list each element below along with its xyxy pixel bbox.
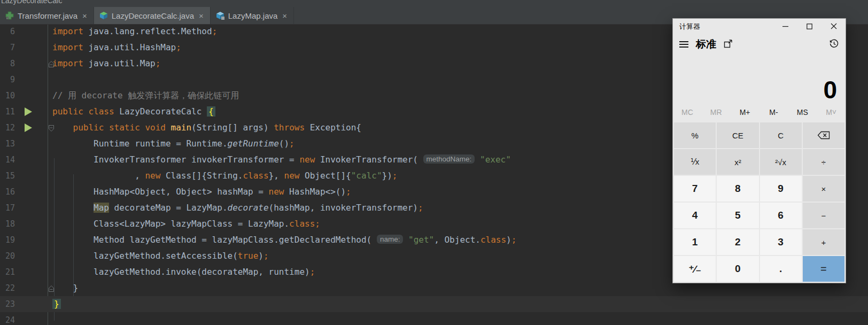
line-number: 19 [0, 232, 18, 248]
keep-on-top-icon[interactable] [724, 39, 733, 50]
code-line-23[interactable]: 23} [0, 296, 868, 312]
negate-button[interactable]: ⁺⁄₋ [674, 256, 716, 282]
clear-entry-button[interactable]: CE [717, 122, 758, 148]
line-number: 7 [0, 40, 18, 56]
code-text: public class LazyDecorateCalc { [52, 104, 215, 120]
calculator-title: 计算器 [673, 22, 773, 32]
line-number: 23 [0, 296, 18, 312]
code-line-24[interactable]: 24 [0, 312, 868, 325]
tab-lazymap-java[interactable]: LazyMap.java× [211, 7, 294, 24]
tab-lazydecoratecalc-java[interactable]: LazyDecorateCalc.java× [94, 7, 211, 24]
interface-icon [5, 11, 14, 20]
code-text: } [52, 296, 61, 312]
maximize-button[interactable] [797, 19, 821, 35]
history-icon[interactable] [829, 38, 839, 51]
code-text: Class<LazyMap> lazyMapClass = LazyMap.cl… [52, 216, 320, 232]
run-arrow-icon[interactable] [25, 107, 32, 116]
percent-button[interactable]: % [674, 122, 716, 148]
breadcrumb: LazyDecorateCalc [1, 0, 868, 5]
code-text: HashMap<Object, Object> hashMap = new Ha… [52, 184, 351, 200]
digit-8-button[interactable]: 8 [717, 176, 758, 202]
line-number: 10 [0, 88, 18, 104]
close-icon [831, 22, 837, 32]
digit-4-button[interactable]: 4 [674, 203, 716, 228]
calculator-window: 计算器 标准 0 MCMRM+M-MSM˅ %CEC⅟xx²²√x÷789×45… [672, 18, 846, 283]
calculator-display: 0 [673, 54, 846, 103]
line-number: 8 [0, 56, 18, 72]
line-number: 16 [0, 184, 18, 200]
line-number: 17 [0, 200, 18, 216]
digit-0-button[interactable]: 0 [717, 256, 758, 282]
line-number: 18 [0, 216, 18, 232]
line-number: 15 [0, 168, 18, 184]
memory-clear-button[interactable]: MC [673, 108, 702, 117]
digit-7-button[interactable]: 7 [674, 176, 716, 202]
divide-button[interactable]: ÷ [803, 149, 844, 175]
backspace-icon [817, 131, 830, 140]
code-text: import java.util.HashMap; [52, 40, 181, 56]
tab-close-icon[interactable]: × [82, 11, 87, 20]
code-text: import java.lang.reflect.Method; [52, 24, 217, 40]
tab-label: LazyMap.java [228, 11, 278, 20]
line-number: 22 [0, 280, 18, 296]
tab-close-icon[interactable]: × [282, 11, 287, 20]
code-text: import java.util.Map; [52, 56, 160, 72]
digit-6-button[interactable]: 6 [760, 203, 802, 228]
code-text: public static void main(String[] args) t… [52, 120, 361, 136]
memory-button-row: MCMRM+M-MSM˅ [673, 103, 846, 121]
square-button[interactable]: x² [717, 149, 758, 175]
tab-label: Transformer.java [18, 11, 78, 20]
equals-button[interactable]: = [803, 256, 844, 282]
memory-add-button[interactable]: M+ [731, 108, 759, 117]
line-number: 6 [0, 24, 18, 40]
class-cube-badge-icon [216, 11, 224, 20]
decimal-button[interactable]: . [760, 256, 802, 282]
square-root-button[interactable]: ²√x [760, 149, 802, 175]
line-number: 24 [0, 312, 18, 325]
screen: LazyDecorateCalc Transformer.java×LazyDe… [0, 0, 868, 325]
calculator-display-value: 0 [823, 78, 837, 102]
digit-1-button[interactable]: 1 [674, 229, 716, 255]
memory-subtract-button[interactable]: M- [759, 108, 788, 117]
memory-recall-button[interactable]: MR [702, 108, 731, 117]
digit-9-button[interactable]: 9 [760, 176, 802, 202]
menu-icon[interactable] [679, 40, 688, 49]
line-number: 21 [0, 264, 18, 280]
code-text: Map decorateMap = LazyMap.decorate(hashM… [52, 200, 423, 216]
backspace-button[interactable] [803, 122, 844, 148]
window-title-strip: LazyDecorateCalc [0, 0, 868, 7]
line-number: 20 [0, 248, 18, 264]
calculator-keypad: %CEC⅟xx²²√x÷789×456−123+⁺⁄₋0.= [673, 121, 846, 283]
line-number: 11 [0, 104, 18, 120]
calculator-titlebar[interactable]: 计算器 [673, 19, 846, 35]
tab-close-icon[interactable]: × [199, 11, 204, 20]
memory-flyout-button[interactable]: M˅ [817, 108, 846, 117]
minimize-button[interactable] [773, 19, 797, 35]
clear-button[interactable]: C [760, 122, 802, 148]
digit-3-button[interactable]: 3 [760, 229, 802, 255]
code-text: InvokerTransformer invokerTransformer = … [52, 152, 511, 168]
line-number: 13 [0, 136, 18, 152]
tab-transformer-java[interactable]: Transformer.java× [0, 7, 94, 24]
run-arrow-icon[interactable] [25, 123, 32, 132]
digit-2-button[interactable]: 2 [717, 229, 758, 255]
line-number: 9 [0, 72, 18, 88]
plus-button[interactable]: + [803, 229, 844, 255]
code-text: Method lazyGetMethod = lazyMapClass.getD… [52, 232, 516, 248]
line-number: 14 [0, 152, 18, 168]
minimize-icon [782, 22, 788, 32]
minus-button[interactable]: − [803, 203, 844, 228]
code-text: lazyGetMethod.invoke(decorateMap, runtim… [52, 264, 315, 280]
close-button[interactable] [821, 19, 846, 35]
digit-5-button[interactable]: 5 [717, 203, 758, 228]
multiply-button[interactable]: × [803, 176, 844, 202]
code-text: Runtime runtime = Runtime.getRuntime(); [52, 136, 294, 152]
class-cube-icon [99, 11, 108, 20]
code-text: , new Class[]{String.class}, new Object[… [52, 168, 397, 184]
code-text: lazyGetMethod.setAccessible(true); [52, 248, 269, 264]
line-number: 12 [0, 120, 18, 136]
calculator-nav: 标准 [673, 35, 846, 54]
calculator-mode-label: 标准 [696, 37, 716, 51]
reciprocal-button[interactable]: ⅟x [674, 149, 716, 175]
memory-store-button[interactable]: MS [788, 108, 817, 117]
